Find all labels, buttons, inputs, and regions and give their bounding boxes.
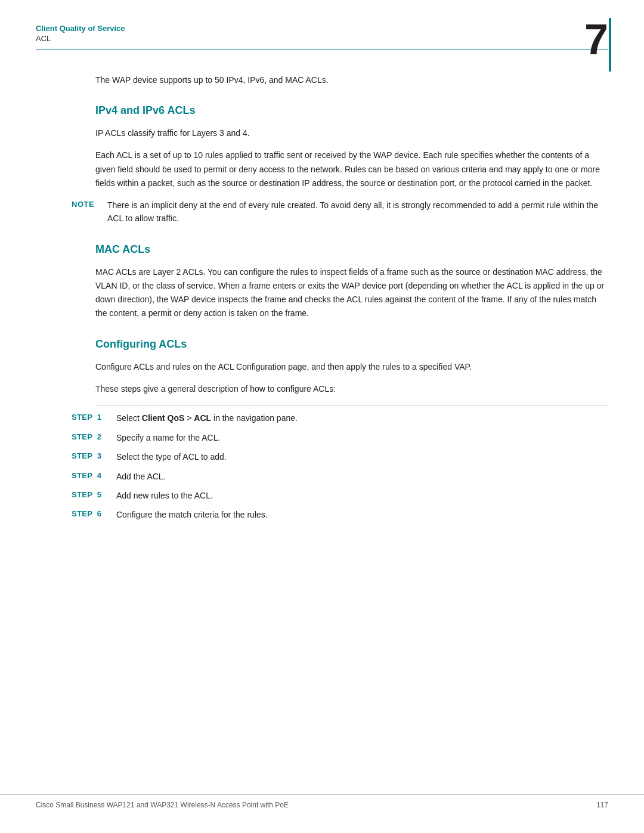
step-content-3: Select the type of ACL to add. bbox=[116, 450, 608, 463]
step-label-4: STEP 4 bbox=[72, 470, 116, 482]
section-ipv4-para2: Each ACL is a set of up to 10 rules appl… bbox=[95, 148, 608, 190]
steps-intro: These steps give a general description o… bbox=[95, 382, 608, 395]
chapter-number: 7 bbox=[584, 18, 608, 61]
main-content: The WAP device supports up to 50 IPv4, I… bbox=[0, 49, 644, 522]
chapter-number-bar bbox=[609, 18, 611, 72]
section-mac-acls: MAC ACLs MAC ACLs are Layer 2 ACLs. You … bbox=[36, 243, 608, 320]
step-row-1: STEP 1 Select Client QoS > ACL in the na… bbox=[72, 411, 608, 425]
step-label-5: STEP 5 bbox=[72, 489, 116, 501]
section-mac-para1: MAC ACLs are Layer 2 ACLs. You can confi… bbox=[95, 265, 608, 320]
step-content-4: Add the ACL. bbox=[116, 470, 608, 483]
page-footer: Cisco Small Business WAP121 and WAP321 W… bbox=[0, 794, 644, 809]
page-wrapper: Client Quality of Service ACL 7 The WAP … bbox=[0, 0, 644, 833]
step-row-5: STEP 5 Add new rules to the ACL. bbox=[72, 489, 608, 502]
note-block: NOTE There is an implicit deny at the en… bbox=[72, 199, 608, 225]
step-content-5: Add new rules to the ACL. bbox=[116, 489, 608, 502]
step-row-2: STEP 2 Specify a name for the ACL. bbox=[72, 431, 608, 444]
section-heading-config: Configuring ACLs bbox=[95, 338, 608, 351]
step-row-3: STEP 3 Select the type of ACL to add. bbox=[72, 450, 608, 463]
step-label-2: STEP 2 bbox=[72, 431, 116, 444]
section-heading-mac: MAC ACLs bbox=[95, 243, 608, 256]
step-content-2: Specify a name for the ACL. bbox=[116, 431, 608, 444]
step-label-3: STEP 3 bbox=[72, 450, 116, 463]
section-ipv4-ipv6: IPv4 and IPv6 ACLs IP ACLs classify traf… bbox=[36, 104, 608, 225]
intro-text: The WAP device supports up to 50 IPv4, I… bbox=[95, 73, 608, 86]
note-text: There is an implicit deny at the end of … bbox=[107, 199, 608, 225]
step-row-6: STEP 6 Configure the match criteria for … bbox=[72, 508, 608, 521]
footer-right: 117 bbox=[596, 801, 608, 809]
footer-left: Cisco Small Business WAP121 and WAP321 W… bbox=[36, 801, 289, 809]
steps-rule bbox=[95, 405, 608, 405]
chapter-label: Client Quality of Service bbox=[36, 24, 608, 33]
step-label-6: STEP 6 bbox=[72, 508, 116, 521]
section-heading-ipv4: IPv4 and IPv6 ACLs bbox=[95, 104, 608, 117]
step-label-1: STEP 1 bbox=[72, 411, 116, 424]
section-configuring-acls: Configuring ACLs Configure ACLs and rule… bbox=[36, 338, 608, 522]
step-row-4: STEP 4 Add the ACL. bbox=[72, 470, 608, 483]
step-content-1: Select Client QoS > ACL in the navigatio… bbox=[116, 411, 608, 425]
note-label: NOTE bbox=[72, 199, 107, 225]
step-content-6: Configure the match criteria for the rul… bbox=[116, 508, 608, 521]
sub-label: ACL bbox=[36, 34, 608, 43]
header: Client Quality of Service ACL 7 bbox=[0, 0, 644, 43]
section-config-para1: Configure ACLs and rules on the ACL Conf… bbox=[95, 360, 608, 374]
section-ipv4-para1: IP ACLs classify traffic for Layers 3 an… bbox=[95, 126, 608, 140]
